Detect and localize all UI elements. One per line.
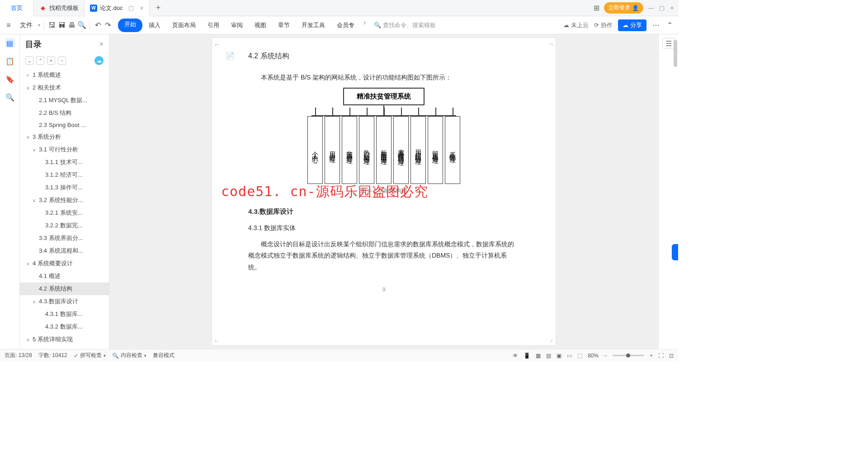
view-outline-icon[interactable]: ▤	[546, 353, 551, 359]
outline-item[interactable]: 3.2.2 数据完...	[20, 219, 109, 232]
phone-icon[interactable]: 📱	[524, 353, 530, 359]
outline-item[interactable]: ∨4 系统概要设计	[20, 257, 109, 270]
menu-start[interactable]: 开始	[118, 19, 142, 32]
outline-item[interactable]: ∨2 相关技术	[20, 81, 109, 94]
word-count[interactable]: 字数: 10412	[38, 352, 67, 359]
outline-item[interactable]: 4.2 系统结构	[20, 282, 109, 295]
tab-document[interactable]: W论文.doc▢×	[85, 0, 150, 16]
outline-item[interactable]: 4.3.2 数据库...	[20, 320, 109, 333]
save-as-icon[interactable]: 🖬	[58, 21, 66, 29]
outline-item[interactable]: 4.3.1 数据库...	[20, 308, 109, 320]
menu-insert[interactable]: 插入	[143, 19, 166, 32]
menu-chapter[interactable]: 章节	[273, 19, 295, 32]
outline-item[interactable]: 3.1.1 技术可...	[20, 156, 109, 169]
menu-member[interactable]: 会员专	[331, 19, 360, 32]
view-page-icon[interactable]: ▦	[536, 353, 541, 359]
scrollbar-vertical[interactable]	[674, 36, 677, 348]
share-button[interactable]: ☁分享	[618, 19, 646, 31]
outline-item[interactable]: 2.3 Spring Boot ...	[20, 119, 109, 131]
outline-item[interactable]: ∨5 系统详细实现	[20, 333, 109, 346]
outline-item[interactable]: 3.3 系统界面分...	[20, 232, 109, 245]
menu-review[interactable]: 审阅	[226, 19, 248, 32]
outline-icon[interactable]: ▤	[5, 38, 15, 48]
content-check-button[interactable]: 🔍内容检查▾	[112, 352, 146, 359]
search-rail-icon[interactable]: 🔍	[5, 92, 15, 102]
login-button[interactable]: 立即登录👤	[604, 2, 643, 14]
undo-icon[interactable]: ↶	[94, 21, 102, 29]
compat-mode[interactable]: 兼容模式	[153, 352, 175, 359]
bookmark-icon[interactable]: 🔖	[5, 74, 15, 84]
outline-item[interactable]: 3.2.1 系统安...	[20, 207, 109, 219]
outline-item[interactable]: 2.2 B/S 结构	[20, 107, 109, 119]
outline-item[interactable]: ∨3 系统分析	[20, 131, 109, 143]
view-read-icon[interactable]: ▭	[567, 353, 572, 359]
collapse-icon[interactable]: ⌃	[665, 21, 674, 29]
add-item-icon[interactable]: +	[47, 56, 55, 65]
menu-layout[interactable]: 页面布局	[167, 19, 201, 32]
minimize-icon[interactable]: —	[648, 5, 654, 11]
outline-item[interactable]: ∨3.1 可行性分析	[20, 143, 109, 156]
menu-icon[interactable]: ≡	[5, 21, 13, 29]
spellcheck-button[interactable]: ✓拼写检查▾	[74, 352, 106, 359]
diagram-module: 个人中心	[307, 116, 323, 184]
zoom-out-icon[interactable]: −	[604, 353, 607, 359]
ruler-icon[interactable]: ⬚	[577, 353, 582, 359]
maximize-icon[interactable]: ▢	[659, 5, 665, 11]
structure-diagram: 精准扶贫管理系统 个人中心用户管理贫困户管理热门新闻管理新闻类型管理志愿者招聘管…	[248, 88, 519, 195]
menu-view[interactable]: 视图	[249, 19, 272, 32]
outline-item[interactable]: 2.1 MYSQL 数据...	[20, 94, 109, 107]
corner-mark: ⌞	[215, 335, 218, 343]
fit-icon[interactable]: ⊡	[669, 353, 674, 359]
zoom-level[interactable]: 80%	[588, 353, 599, 359]
print-icon[interactable]: 🖶	[68, 21, 76, 29]
save-icon[interactable]: 🖫	[48, 21, 56, 29]
tab-template[interactable]: ◆找稻壳模板	[34, 0, 85, 16]
apps-icon[interactable]: ⊞	[594, 4, 599, 12]
fullscreen-icon[interactable]: ⛶	[658, 353, 664, 359]
format-panel-icon[interactable]: ☰	[662, 38, 675, 49]
outline-item[interactable]: >1 系统概述	[20, 69, 109, 81]
zoom-slider[interactable]	[613, 355, 644, 356]
eye-icon[interactable]: 👁	[513, 353, 518, 359]
cloud-status[interactable]: ☁未上云	[563, 21, 589, 29]
close-window-icon[interactable]: ×	[670, 5, 674, 11]
collapse-all-icon[interactable]: ⌄	[25, 56, 33, 65]
zoom-in-icon[interactable]: +	[650, 353, 653, 359]
file-menu[interactable]: 文件	[16, 21, 36, 29]
user-icon: 👤	[632, 5, 639, 11]
collab-button[interactable]: ⟳协作	[594, 21, 613, 29]
side-float-tab[interactable]	[672, 244, 678, 260]
page-number: 9	[248, 287, 519, 293]
sync-icon[interactable]: ☁	[94, 56, 104, 65]
outline-item[interactable]: ∨3.2 系统性能分...	[20, 194, 109, 207]
redo-icon[interactable]: ↷	[104, 21, 112, 29]
left-rail: ▤ 📋 🔖 🔍	[0, 34, 20, 349]
expand-all-icon[interactable]: ⌃	[36, 56, 44, 65]
heading-3: 4.3.数据库设计	[248, 207, 519, 216]
diagram-module: 用户招聘管理	[410, 116, 426, 184]
diagram-root: 精准扶贫管理系统	[343, 88, 425, 105]
more-icon[interactable]: ⋯	[652, 21, 660, 29]
screen-icon[interactable]: ▢	[128, 5, 134, 11]
outline-item[interactable]: 3.1.2 经济可...	[20, 169, 109, 181]
page-indicator[interactable]: 页面: 13/28	[5, 352, 32, 359]
check-icon: ✓	[74, 353, 78, 359]
command-search[interactable]: 🔍查找命令、搜索模板	[374, 21, 436, 29]
remove-item-icon[interactable]: −	[58, 56, 66, 65]
close-icon[interactable]: ×	[140, 5, 144, 12]
menu-devtools[interactable]: 开发工具	[296, 19, 330, 32]
preview-icon[interactable]: 🔍	[78, 21, 86, 29]
outline-item[interactable]: ∨4.3.数据库设计	[20, 295, 109, 308]
menu-scroll-right-icon[interactable]: ›	[361, 19, 368, 32]
tab-home[interactable]: 首页	[0, 0, 34, 16]
outline-close-icon[interactable]: ×	[99, 40, 104, 48]
view-web-icon[interactable]: ▣	[557, 353, 561, 359]
menu-reference[interactable]: 引用	[202, 19, 225, 32]
document-area[interactable]: ⌐ ¬ 📄 4.2 系统结构 本系统是基于 B/S 架构的网站系统，设计的功能结…	[109, 34, 658, 349]
new-tab-button[interactable]: +	[150, 3, 167, 13]
clipboard-icon[interactable]: 📋	[5, 56, 15, 66]
cloud-icon: ☁	[563, 22, 569, 28]
outline-item[interactable]: 3.4 系统流程和...	[20, 245, 109, 257]
outline-item[interactable]: 4.1 概述	[20, 270, 109, 282]
outline-item[interactable]: 3.1.3 操作可...	[20, 181, 109, 194]
